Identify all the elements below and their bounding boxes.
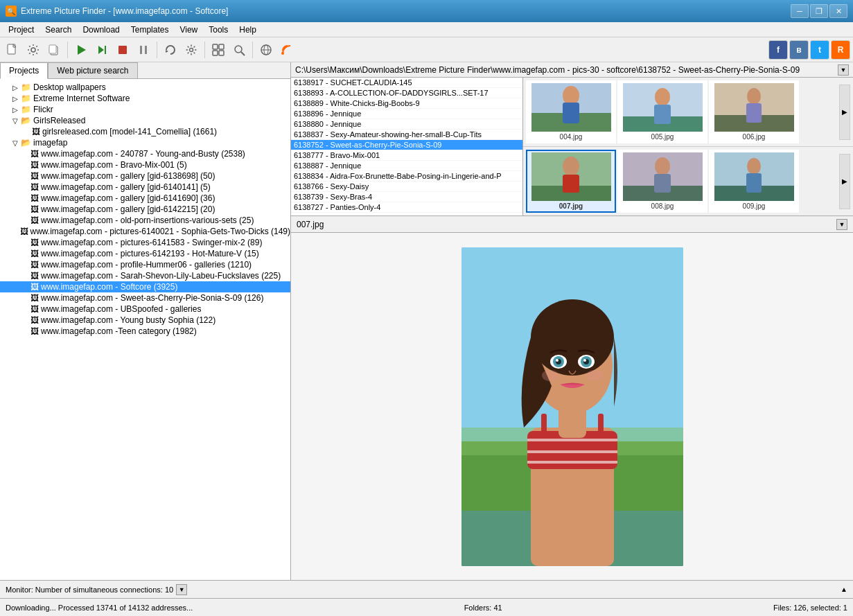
file-item-2[interactable]: 6138889 - White-Chicks-Big-Boobs-9: [291, 98, 522, 109]
file-item-0[interactable]: 6138917 - SUCHET-CLAUDIA-145: [291, 78, 522, 88]
menu-project[interactable]: Project: [3, 22, 39, 37]
item-icon: 🖼: [30, 171, 39, 181]
tree-item-desktop[interactable]: ▷ 📁 Desktop wallpapers: [0, 82, 290, 93]
menu-tools[interactable]: Tools: [203, 22, 234, 37]
tree-item-if-bravo[interactable]: 🖼 www.imagefap.com - Bravo-Mix-001 (5): [0, 159, 290, 170]
item-icon: 🖼: [30, 238, 39, 247]
file-item-4[interactable]: 6138880 - Jennique: [291, 119, 522, 130]
tree-item-if-teen[interactable]: 🖼 www.imagefap.com -Teen category (1982): [0, 326, 290, 337]
toolbar-stop-btn[interactable]: [113, 40, 132, 60]
expand-icon[interactable]: ▷: [11, 105, 19, 114]
tree-item-if-youngbusty[interactable]: 🖼 www.imagefap.com - 240787 - Young-and-…: [0, 148, 290, 159]
menu-download[interactable]: Download: [77, 22, 125, 37]
svg-rect-12: [213, 44, 218, 49]
tab-projects[interactable]: Projects: [0, 62, 48, 79]
thumb-009[interactable]: 009.jpg: [709, 150, 799, 213]
expand-icon[interactable]: ▽: [11, 139, 19, 147]
toolbar-play-continue-btn[interactable]: [92, 40, 112, 60]
thumb-006[interactable]: 006.jpg: [709, 80, 799, 143]
vk-button[interactable]: в: [789, 40, 809, 60]
toolbar-copy-btn[interactable]: [44, 40, 64, 60]
expand-icon[interactable]: ▷: [11, 94, 19, 103]
toolbar-new-btn[interactable]: [3, 40, 22, 60]
toolbar-refresh-btn[interactable]: [161, 40, 180, 60]
separator-1: [67, 42, 68, 58]
minimize-button[interactable]: ─: [791, 4, 809, 18]
folders-count: Folders: 41: [464, 604, 502, 612]
tree-item-if-gal6140141[interactable]: 🖼 www.imagefap.com - gallery [gid-614014…: [0, 182, 290, 193]
tree-item-if-hotmature[interactable]: 🖼 www.imagefap.com - pictures-6142193 - …: [0, 248, 290, 259]
expand-icon[interactable]: ▽: [11, 116, 19, 125]
toolbar-props-btn[interactable]: [24, 40, 43, 60]
tree-item-if-youngbusty2[interactable]: 🖼 www.imagefap.com - Young busty Sophia …: [0, 315, 290, 326]
item-icon: 🖼: [20, 227, 28, 236]
thumb-img-007: [531, 152, 611, 201]
strip-scroll-right-btn-2[interactable]: ▶: [839, 154, 850, 209]
path-expand-btn[interactable]: ▼: [838, 64, 849, 76]
menu-help[interactable]: Help: [234, 22, 262, 37]
monitor-expand-btn[interactable]: ▼: [176, 584, 187, 595]
tree-item-extreme[interactable]: ▷ 📁 Extreme Internet Software: [0, 93, 290, 104]
toolbar-scan-btn[interactable]: [229, 40, 249, 60]
svg-rect-69: [598, 414, 604, 434]
tree-item-if-swinger[interactable]: 🖼 www.imagefap.com - pictures-6141583 - …: [0, 237, 290, 248]
file-item-11[interactable]: 6138739 - Sexy-Bras-4: [291, 192, 522, 202]
restore-button[interactable]: ❐: [810, 4, 828, 18]
tree-item-if-gal6141690[interactable]: 🖼 www.imagefap.com - gallery [gid-614169…: [0, 193, 290, 204]
toolbar-extra-btn[interactable]: [209, 40, 228, 60]
toolbar-pause-btn[interactable]: [134, 40, 153, 60]
thumbnail-strip: 004.jpg 005.jpg: [523, 78, 853, 215]
file-item-8[interactable]: 6138887 - Jennique: [291, 161, 522, 171]
tree-item-if-gal6142215[interactable]: 🖼 www.imagefap.com - gallery [gid-614221…: [0, 204, 290, 215]
file-item-5[interactable]: 6138837 - Sexy-Amateur-showing-her-small…: [291, 130, 522, 140]
tree-item-if-oldporn[interactable]: 🖼 www.imagefap.com - old-porn-insertions…: [0, 215, 290, 226]
preview-expand-btn[interactable]: ▼: [836, 219, 847, 230]
tree-item-girlsreleased-comellia[interactable]: 🖼 girlsreleased.com [model-141_Comellia]…: [0, 126, 290, 137]
thumb-007[interactable]: 007.jpg: [526, 150, 616, 213]
item-icon: 🖼: [30, 193, 39, 203]
tree-item-if-softcore[interactable]: 🖼 www.imagefap.com - Softcore (3925): [0, 281, 290, 292]
expand-icon[interactable]: ▷: [11, 83, 19, 91]
toolbar-settings-btn[interactable]: [182, 40, 201, 60]
strip-scroll-right-btn[interactable]: ▶: [839, 85, 850, 140]
toolbar-globe-btn[interactable]: [256, 40, 276, 60]
tree-item-if-sarah[interactable]: 🖼 www.imagefap.com - Sarah-Shevon-Lily-L…: [0, 270, 290, 281]
svg-rect-14: [213, 51, 218, 55]
tree-item-girlsreleased[interactable]: ▽ 📂 GirlsReleased: [0, 115, 290, 126]
tree-item-imagefap[interactable]: ▽ 📂 imagefap: [0, 137, 290, 148]
twitter-button[interactable]: t: [810, 40, 829, 60]
svg-marker-5: [98, 46, 104, 54]
file-item-7[interactable]: 6138777 - Bravo-Mix-001: [291, 150, 522, 161]
preview-header: 007.jpg ▼: [291, 216, 853, 233]
tree-item-if-gal6138698[interactable]: 🖼 www.imagefap.com - gallery [gid-613869…: [0, 170, 290, 182]
file-item-9[interactable]: 6138834 - Aidra-Fox-Brunette-Babe-Posing…: [291, 171, 522, 182]
thumb-004[interactable]: 004.jpg: [526, 80, 616, 143]
tree-item-if-sweet[interactable]: 🖼 www.imagefap.com - Sweet-as-Cherry-Pie…: [0, 292, 290, 303]
menu-search[interactable]: Search: [39, 22, 77, 37]
svg-rect-29: [654, 105, 671, 124]
file-item-3[interactable]: 6138896 - Jennique: [291, 109, 522, 119]
tree-item-if-hummer[interactable]: 🖼 www.imagefap.com - profile-Hummer06 - …: [0, 259, 290, 270]
tab-web-search[interactable]: Web picture search: [48, 62, 137, 78]
close-button[interactable]: ✕: [829, 4, 847, 18]
thumb-008[interactable]: 008.jpg: [617, 150, 707, 213]
gallery-list-row: 6138917 - SUCHET-CLAUDIA-145 6138893 - A…: [291, 78, 853, 216]
facebook-button[interactable]: f: [768, 40, 788, 60]
toolbar-play-btn[interactable]: [71, 40, 91, 60]
file-item-1[interactable]: 6138893 - A-COLLECTION-OF-DADDYSGIRLS...…: [291, 88, 522, 98]
tree-item-if-sophia[interactable]: 🖼 www.imagefap.com - pictures-6140021 - …: [0, 226, 290, 237]
menu-view[interactable]: View: [174, 22, 203, 37]
menu-templates[interactable]: Templates: [125, 22, 175, 37]
expand-spacer: [22, 127, 30, 136]
file-item-6[interactable]: 6138752 - Sweet-as-Cherry-Pie-Sonia-S-09: [291, 140, 522, 150]
thumb-img-006: [714, 83, 794, 132]
thumb-005[interactable]: 005.jpg: [617, 80, 707, 143]
file-item-12[interactable]: 6138727 - Panties-Only-4: [291, 202, 522, 213]
svg-point-44: [747, 158, 761, 175]
rss-feed-button[interactable]: R: [831, 40, 850, 60]
tree-item-flickr[interactable]: ▷ 📁 Flickr: [0, 104, 290, 115]
toolbar-rss-btn[interactable]: [277, 40, 297, 60]
tree-item-if-ubs[interactable]: 🖼 www.imagefap.com - UBSpoofed - galleri…: [0, 303, 290, 315]
file-item-10[interactable]: 6138766 - Sexy-Daisy: [291, 182, 522, 192]
status-up-btn[interactable]: ▲: [841, 586, 847, 593]
